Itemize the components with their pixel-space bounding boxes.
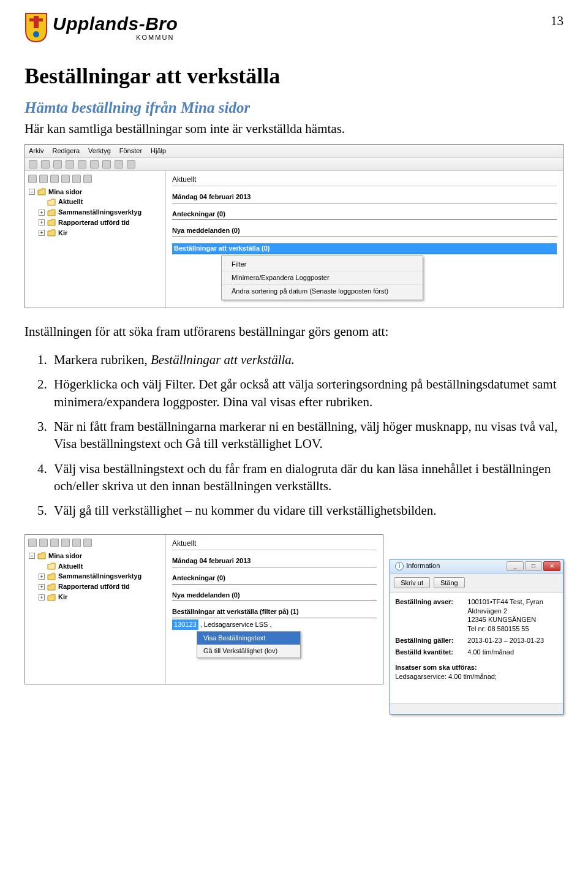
intro-paragraph: Här kan samtliga beställningar som inte … (24, 120, 564, 137)
anteckningar-header[interactable]: Anteckningar (0) (172, 210, 557, 221)
step-item: När ni fått fram beställningarna markera… (50, 418, 564, 453)
modal-titlebar[interactable]: i Information _ □ ✕ (390, 559, 563, 574)
heading-1: Beställningar att verkställa (24, 61, 564, 91)
toolbar-icon[interactable] (127, 160, 135, 169)
tree-panel: − Mina sidor Aktuellt + Sammanställnings… (25, 171, 166, 308)
tree-item[interactable]: + Kir (39, 592, 164, 602)
toolbar-icon[interactable] (90, 160, 99, 169)
order-row-selected[interactable]: 130123 (172, 619, 198, 630)
tree-root[interactable]: − Mina sidor (29, 187, 164, 197)
folder-icon (47, 219, 56, 226)
tree-toolbar-icon[interactable] (28, 539, 37, 547)
tree-panel: − Mina sidor Aktuellt + Sam (25, 535, 166, 684)
tree-toolbar-icon[interactable] (72, 175, 81, 183)
step-text: När ni fått fram beställningarna markera… (54, 419, 557, 451)
context-menu-item-minimera[interactable]: Minimera/Expandera Loggposter (222, 271, 423, 285)
tree-toolbar-icon[interactable] (83, 539, 92, 547)
tree-toolbar-icon[interactable] (39, 539, 48, 547)
tree-root[interactable]: − Mina sidor (29, 551, 164, 561)
tree-item[interactable]: + Kir (39, 228, 164, 238)
expand-icon[interactable]: + (39, 594, 45, 600)
expand-icon[interactable]: + (39, 230, 45, 236)
tree-toolbar-icon[interactable] (83, 175, 92, 183)
brand-subtitle: KOMMUN (53, 34, 178, 41)
menu-item[interactable]: Hjälp (151, 146, 166, 156)
toolbar-icon[interactable] (53, 160, 62, 169)
ctx-item-ga-till-verkstallighet[interactable]: Gå till Verkställighet (lov) (197, 645, 300, 657)
toolbar-icon[interactable] (41, 160, 50, 169)
tree-toolbar-icon[interactable] (50, 175, 59, 183)
modal-title: Information (406, 561, 507, 570)
content-panel: Aktuellt Måndag 04 februari 2013 Anteckn… (166, 535, 383, 684)
collapse-icon[interactable]: − (29, 553, 35, 559)
anteckningar-header[interactable]: Anteckningar (0) (172, 574, 377, 585)
tree-item[interactable]: + Sammanställningsverktyg (39, 207, 164, 218)
modal-footer (390, 703, 563, 714)
expand-icon[interactable]: + (39, 584, 45, 590)
info-value: 100101•TF44 Test, Fyran Äldrevägen 2 123… (467, 597, 558, 634)
folder-icon (47, 573, 56, 580)
info-row: Beställning gäller: 2013-01-23 – 2013-01… (395, 636, 558, 645)
expand-icon[interactable]: + (39, 574, 45, 580)
info-key: Beställd kvantitet: (395, 648, 464, 657)
tree-toolbar-icon[interactable] (28, 175, 37, 183)
toolbar-icon[interactable] (78, 160, 86, 169)
tree-label: Mina sidor (48, 551, 82, 561)
crest-icon (24, 12, 48, 43)
toolbar-icon[interactable] (115, 160, 123, 169)
folder-open-icon (47, 563, 56, 570)
tree-toolbar-icon[interactable] (61, 175, 70, 183)
tree-item[interactable]: + Rapporterad utförd tid (39, 581, 164, 592)
meddelanden-header[interactable]: Nya meddelanden (0) (172, 226, 557, 237)
expand-icon[interactable]: + (39, 210, 45, 216)
expand-icon[interactable]: + (39, 219, 45, 225)
menubar: Arkiv Redigera Verktyg Fönster Hjälp (25, 145, 563, 158)
close-modal-button[interactable]: Stäng (434, 577, 465, 588)
tree-item[interactable]: + Sammanställningsverktyg (39, 571, 164, 581)
brand-logo: Upplands-Bro KOMMUN (24, 12, 178, 43)
collapse-icon[interactable]: − (29, 189, 35, 195)
menu-item[interactable]: Verktyg (88, 146, 111, 156)
panel-title: Aktuellt (172, 175, 557, 186)
tree-label: Rapporterad utförd tid (58, 582, 130, 591)
tree-toolbar-icon[interactable] (39, 175, 48, 183)
meddelanden-header[interactable]: Nya meddelanden (0) (172, 591, 377, 602)
svg-point-2 (33, 31, 39, 37)
tree-item[interactable]: Aktuellt (39, 561, 164, 572)
tree-item[interactable]: + Rapporterad utförd tid (39, 218, 164, 228)
bottom-row: − Mina sidor Aktuellt + Sam (24, 531, 564, 714)
tree-toolbar-icon[interactable] (50, 539, 59, 547)
toolbar-icon[interactable] (102, 160, 111, 169)
tree-label: Kir (58, 229, 67, 238)
bestallningar-header-selected[interactable]: Beställningar att verkställa (0) (172, 243, 557, 254)
info-value: 2013-01-23 – 2013-01-23 (467, 636, 558, 645)
close-button[interactable]: ✕ (543, 561, 560, 571)
menu-item[interactable]: Redigera (52, 146, 80, 156)
folder-icon (47, 229, 56, 237)
context-menu-item-filter[interactable]: Filter (222, 258, 423, 271)
tree-item[interactable]: Aktuellt (39, 197, 164, 207)
context-menu-2: Visa Beställningstext Gå till Verkställi… (197, 631, 301, 658)
spacer (39, 563, 45, 569)
context-menu: Filter Minimera/Expandera Loggposter Änd… (221, 256, 423, 300)
date-line: Måndag 04 februari 2013 (172, 556, 377, 567)
menu-item[interactable]: Fönster (119, 146, 142, 156)
order-row-tail: , Ledsagarservice LSS , (198, 619, 274, 630)
information-modal: i Information _ □ ✕ Skriv ut Stäng Bestä… (390, 559, 564, 714)
tree-toolbar-icon[interactable] (61, 539, 70, 547)
content-panel: Aktuellt Måndag 04 februari 2013 Anteckn… (166, 171, 563, 308)
tree-label: Rapporterad utförd tid (58, 218, 130, 227)
tree-toolbar-icon[interactable] (72, 539, 81, 547)
ctx-item-visa-bestallningstext[interactable]: Visa Beställningstext (197, 632, 300, 645)
print-button[interactable]: Skriv ut (394, 577, 430, 588)
step-item: Välj gå till verkställighet – nu kommer … (50, 502, 564, 519)
bestallningar-header[interactable]: Beställningar att verkställa (filter på)… (172, 607, 377, 618)
toolbar-icon[interactable] (29, 160, 37, 169)
insats-line: Ledsagarservice: 4.00 tim/månad; (395, 672, 558, 681)
toolbar-icon[interactable] (66, 160, 74, 169)
maximize-button[interactable]: □ (525, 561, 542, 571)
menu-item[interactable]: Arkiv (29, 146, 43, 156)
context-menu-item-sortering[interactable]: Ändra sortering på datum (Senaste loggpo… (222, 285, 423, 298)
minimize-button[interactable]: _ (507, 561, 524, 571)
tree-label: Aktuellt (58, 197, 83, 206)
